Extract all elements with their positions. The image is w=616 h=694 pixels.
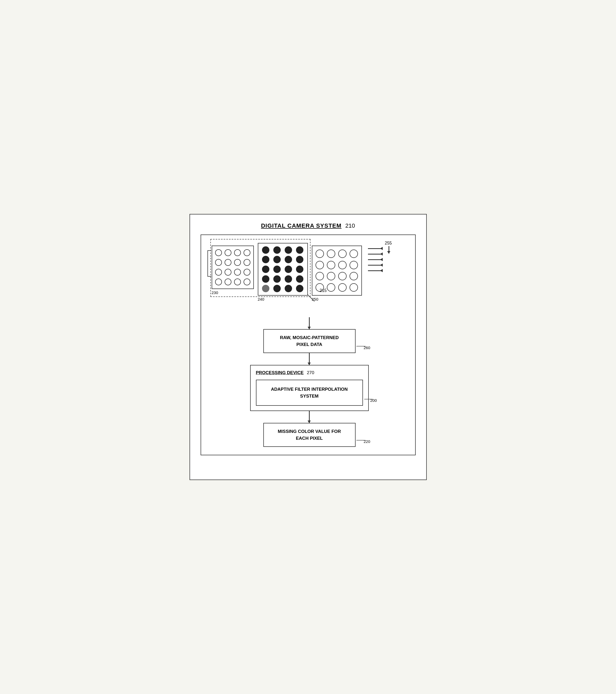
label-215: 215	[320, 288, 327, 293]
missing-color-label: MISSING COLOR VALUE FOR EACH PIXEL	[274, 428, 345, 442]
pixel-array-240: 240	[258, 243, 308, 302]
ref-260-arrow	[356, 344, 369, 349]
ref-215-area: 215	[212, 299, 407, 309]
proc-device-num: 270	[307, 370, 314, 376]
ref-220-bracket	[356, 438, 369, 442]
arrow-to-missing	[212, 411, 407, 423]
label-230: 230	[212, 290, 254, 295]
pixel-array-230: 230	[212, 245, 254, 295]
processing-device-box: PROCESSING DEVICE 270 ADAPTIVE FILTER IN…	[250, 365, 369, 411]
proc-device-title: PROCESSING DEVICE	[256, 370, 304, 376]
light-arrows	[366, 243, 382, 271]
raw-mosaic-box: RAW, MOSAIC-PATTERNED PIXEL DATA 260	[263, 329, 356, 353]
afis-label: ADAPTIVE FILTER INTERPOLATION SYSTEM	[262, 386, 357, 399]
processing-device-section: PROCESSING DEVICE 270 ADAPTIVE FILTER IN…	[212, 365, 407, 411]
title-area: DIGITAL CAMERA SYSTEM 210	[201, 222, 416, 229]
diagram-title: DIGITAL CAMERA SYSTEM	[261, 222, 341, 229]
raw-mosaic-label: RAW, MOSAIC-PATTERNED PIXEL DATA	[274, 334, 345, 348]
arrow-to-proc	[212, 353, 407, 365]
afis-box: ADAPTIVE FILTER INTERPOLATION SYSTEM 200	[256, 380, 363, 406]
diagram-title-num: 210	[345, 222, 355, 229]
top-section: 255	[212, 243, 407, 309]
missing-color-box: MISSING COLOR VALUE FOR EACH PIXEL 220	[263, 423, 356, 447]
arrow-to-raw	[212, 317, 407, 329]
missing-color-section: MISSING COLOR VALUE FOR EACH PIXEL 220	[212, 423, 407, 447]
ref-200-bracket	[364, 397, 376, 401]
raw-mosaic-section: RAW, MOSAIC-PATTERNED PIXEL DATA 260	[212, 329, 407, 353]
diagram-page: DIGITAL CAMERA SYSTEM 210 255	[189, 214, 427, 480]
